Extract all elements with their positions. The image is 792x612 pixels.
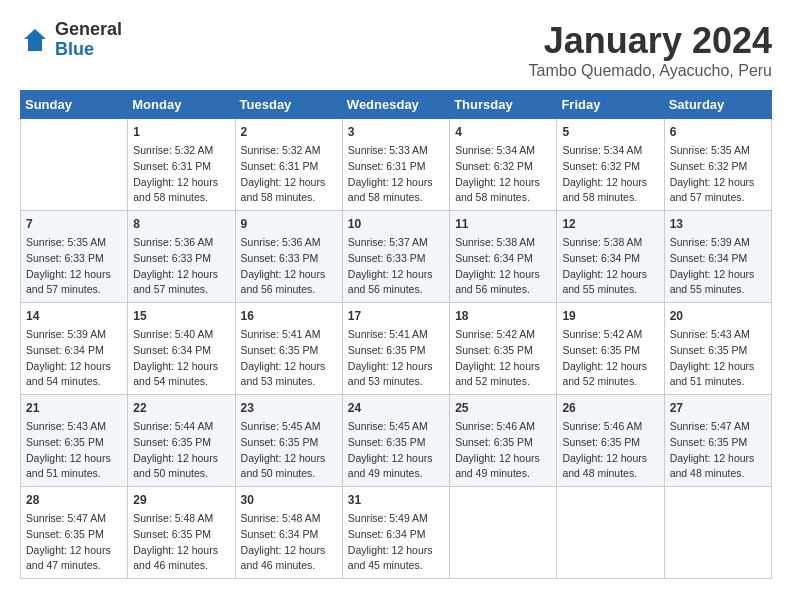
sunset: Sunset: 6:32 PM [455, 160, 533, 172]
daylight: Daylight: 12 hours and 51 minutes. [26, 452, 111, 480]
day-number: 11 [455, 215, 551, 233]
logo-blue: Blue [55, 40, 122, 60]
sunset: Sunset: 6:34 PM [348, 528, 426, 540]
sunrise: Sunrise: 5:40 AM [133, 328, 213, 340]
header-row: SundayMondayTuesdayWednesdayThursdayFrid… [21, 91, 772, 119]
calendar-cell: 20Sunrise: 5:43 AMSunset: 6:35 PMDayligh… [664, 303, 771, 395]
sunset: Sunset: 6:35 PM [670, 436, 748, 448]
calendar-cell: 5Sunrise: 5:34 AMSunset: 6:32 PMDaylight… [557, 119, 664, 211]
day-number: 16 [241, 307, 337, 325]
daylight: Daylight: 12 hours and 55 minutes. [670, 268, 755, 296]
calendar-cell: 29Sunrise: 5:48 AMSunset: 6:35 PMDayligh… [128, 487, 235, 579]
calendar-cell: 12Sunrise: 5:38 AMSunset: 6:34 PMDayligh… [557, 211, 664, 303]
sunset: Sunset: 6:35 PM [348, 436, 426, 448]
sunrise: Sunrise: 5:38 AM [562, 236, 642, 248]
svg-marker-0 [24, 29, 46, 51]
sunset: Sunset: 6:32 PM [562, 160, 640, 172]
daylight: Daylight: 12 hours and 49 minutes. [348, 452, 433, 480]
sunset: Sunset: 6:33 PM [26, 252, 104, 264]
week-row-3: 14Sunrise: 5:39 AMSunset: 6:34 PMDayligh… [21, 303, 772, 395]
daylight: Daylight: 12 hours and 58 minutes. [562, 176, 647, 204]
day-number: 20 [670, 307, 766, 325]
header-day-thursday: Thursday [450, 91, 557, 119]
daylight: Daylight: 12 hours and 58 minutes. [348, 176, 433, 204]
daylight: Daylight: 12 hours and 53 minutes. [348, 360, 433, 388]
daylight: Daylight: 12 hours and 51 minutes. [670, 360, 755, 388]
sunrise: Sunrise: 5:43 AM [26, 420, 106, 432]
sunrise: Sunrise: 5:33 AM [348, 144, 428, 156]
sunrise: Sunrise: 5:34 AM [455, 144, 535, 156]
day-number: 15 [133, 307, 229, 325]
week-row-1: 1Sunrise: 5:32 AMSunset: 6:31 PMDaylight… [21, 119, 772, 211]
sunrise: Sunrise: 5:43 AM [670, 328, 750, 340]
calendar-cell: 16Sunrise: 5:41 AMSunset: 6:35 PMDayligh… [235, 303, 342, 395]
logo-icon [20, 25, 50, 55]
day-number: 26 [562, 399, 658, 417]
daylight: Daylight: 12 hours and 58 minutes. [241, 176, 326, 204]
day-number: 24 [348, 399, 444, 417]
daylight: Daylight: 12 hours and 58 minutes. [133, 176, 218, 204]
sunrise: Sunrise: 5:36 AM [133, 236, 213, 248]
sunrise: Sunrise: 5:35 AM [26, 236, 106, 248]
daylight: Daylight: 12 hours and 48 minutes. [562, 452, 647, 480]
header-day-tuesday: Tuesday [235, 91, 342, 119]
page-header: General Blue January 2024 Tambo Quemado,… [20, 20, 772, 80]
sunrise: Sunrise: 5:48 AM [133, 512, 213, 524]
sunset: Sunset: 6:34 PM [26, 344, 104, 356]
calendar-cell: 14Sunrise: 5:39 AMSunset: 6:34 PMDayligh… [21, 303, 128, 395]
sunset: Sunset: 6:32 PM [670, 160, 748, 172]
calendar-body: 1Sunrise: 5:32 AMSunset: 6:31 PMDaylight… [21, 119, 772, 579]
header-day-wednesday: Wednesday [342, 91, 449, 119]
calendar-cell: 4Sunrise: 5:34 AMSunset: 6:32 PMDaylight… [450, 119, 557, 211]
day-number: 23 [241, 399, 337, 417]
calendar-cell: 25Sunrise: 5:46 AMSunset: 6:35 PMDayligh… [450, 395, 557, 487]
daylight: Daylight: 12 hours and 49 minutes. [455, 452, 540, 480]
sunrise: Sunrise: 5:46 AM [562, 420, 642, 432]
daylight: Daylight: 12 hours and 55 minutes. [562, 268, 647, 296]
calendar-cell: 10Sunrise: 5:37 AMSunset: 6:33 PMDayligh… [342, 211, 449, 303]
calendar-cell: 21Sunrise: 5:43 AMSunset: 6:35 PMDayligh… [21, 395, 128, 487]
calendar-cell: 23Sunrise: 5:45 AMSunset: 6:35 PMDayligh… [235, 395, 342, 487]
calendar-cell: 24Sunrise: 5:45 AMSunset: 6:35 PMDayligh… [342, 395, 449, 487]
sunset: Sunset: 6:33 PM [348, 252, 426, 264]
day-number: 1 [133, 123, 229, 141]
sunrise: Sunrise: 5:48 AM [241, 512, 321, 524]
sunrise: Sunrise: 5:42 AM [562, 328, 642, 340]
sunset: Sunset: 6:34 PM [670, 252, 748, 264]
sunset: Sunset: 6:35 PM [455, 436, 533, 448]
sunrise: Sunrise: 5:37 AM [348, 236, 428, 248]
calendar-table: SundayMondayTuesdayWednesdayThursdayFrid… [20, 90, 772, 579]
sunset: Sunset: 6:35 PM [26, 528, 104, 540]
sunrise: Sunrise: 5:47 AM [26, 512, 106, 524]
daylight: Daylight: 12 hours and 52 minutes. [455, 360, 540, 388]
sunrise: Sunrise: 5:35 AM [670, 144, 750, 156]
sunrise: Sunrise: 5:39 AM [670, 236, 750, 248]
calendar-cell [21, 119, 128, 211]
sunrise: Sunrise: 5:32 AM [241, 144, 321, 156]
sunset: Sunset: 6:35 PM [133, 528, 211, 540]
daylight: Daylight: 12 hours and 47 minutes. [26, 544, 111, 572]
daylight: Daylight: 12 hours and 48 minutes. [670, 452, 755, 480]
sunset: Sunset: 6:35 PM [562, 436, 640, 448]
sunset: Sunset: 6:35 PM [348, 344, 426, 356]
sunset: Sunset: 6:35 PM [133, 436, 211, 448]
sunrise: Sunrise: 5:45 AM [348, 420, 428, 432]
calendar-cell: 31Sunrise: 5:49 AMSunset: 6:34 PMDayligh… [342, 487, 449, 579]
daylight: Daylight: 12 hours and 56 minutes. [241, 268, 326, 296]
calendar-cell: 28Sunrise: 5:47 AMSunset: 6:35 PMDayligh… [21, 487, 128, 579]
location: Tambo Quemado, Ayacucho, Peru [529, 62, 772, 80]
sunset: Sunset: 6:34 PM [562, 252, 640, 264]
day-number: 28 [26, 491, 122, 509]
daylight: Daylight: 12 hours and 54 minutes. [133, 360, 218, 388]
sunset: Sunset: 6:35 PM [562, 344, 640, 356]
day-number: 17 [348, 307, 444, 325]
sunrise: Sunrise: 5:46 AM [455, 420, 535, 432]
logo: General Blue [20, 20, 122, 60]
calendar-cell [557, 487, 664, 579]
sunset: Sunset: 6:31 PM [133, 160, 211, 172]
sunrise: Sunrise: 5:45 AM [241, 420, 321, 432]
daylight: Daylight: 12 hours and 56 minutes. [348, 268, 433, 296]
logo-general: General [55, 20, 122, 40]
header-day-monday: Monday [128, 91, 235, 119]
sunset: Sunset: 6:33 PM [133, 252, 211, 264]
